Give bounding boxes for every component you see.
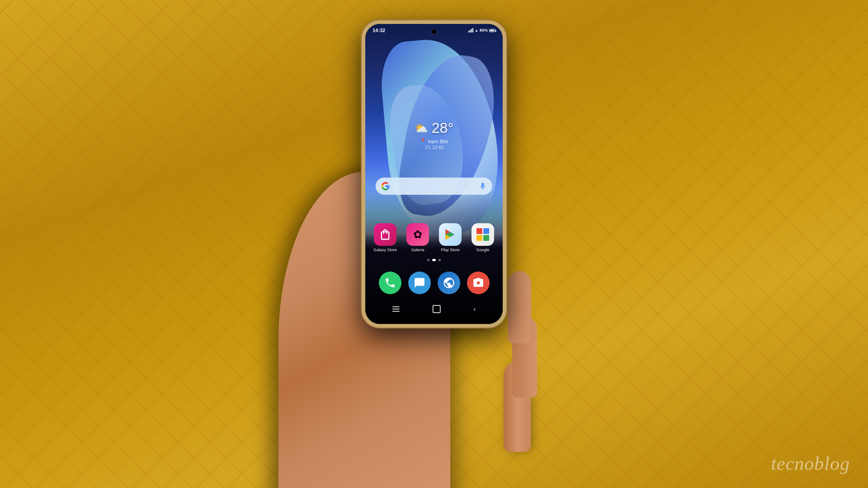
- chat-bubble-icon: [414, 277, 425, 289]
- wifi-icon: ▲: [475, 28, 478, 33]
- signal-icon: [468, 28, 473, 33]
- page-dot-2[interactable]: [432, 259, 436, 261]
- app-grid: Galaxy Store ✿ Galeria: [372, 223, 496, 252]
- back-arrow-icon: ‹: [473, 305, 476, 313]
- play-triangle-icon: [444, 228, 457, 241]
- galeria-label: Galeria: [411, 248, 424, 252]
- weather-widget[interactable]: ⛅ 28° 📍 Itaim Bibi 7/1 10:43: [400, 120, 468, 150]
- dock-internet[interactable]: [436, 272, 461, 294]
- dock-phone[interactable]: [377, 272, 402, 294]
- page-dot-3[interactable]: [439, 259, 441, 261]
- page-dot-1[interactable]: [427, 259, 429, 261]
- google-search-bar[interactable]: [376, 178, 492, 195]
- app-google[interactable]: Google: [469, 223, 496, 252]
- dock: [377, 272, 491, 294]
- play-store-label: Play Store: [441, 248, 460, 252]
- google-app-icon: [472, 223, 494, 246]
- watermark-text: tecnoblog: [771, 453, 850, 474]
- phone-body: 14:32 ▲ 80%: [362, 20, 506, 328]
- location-pin-icon: 📍: [420, 138, 426, 144]
- weather-city: Itaim Bibi: [428, 139, 448, 144]
- google-logo-icon: [476, 228, 489, 241]
- galeria-icon: ✿: [406, 223, 429, 246]
- camera-icon: [472, 277, 484, 289]
- recents-icon: [392, 306, 399, 312]
- weather-temperature: 28°: [432, 120, 453, 136]
- phone-handset-icon: [384, 277, 396, 289]
- phone-screen: 14:32 ▲ 80%: [365, 24, 503, 324]
- galaxy-store-label: Galaxy Store: [373, 248, 397, 252]
- galaxy-store-icon: [374, 223, 396, 246]
- svg-rect-2: [476, 235, 482, 241]
- back-button[interactable]: ‹: [472, 303, 477, 315]
- messages-app-icon: [408, 272, 431, 294]
- shopping-bag-icon: [379, 228, 392, 241]
- flower-icon: ✿: [413, 228, 422, 241]
- app-play-store[interactable]: Play Store: [437, 223, 464, 252]
- dock-messages[interactable]: [407, 272, 432, 294]
- weather-location: 📍 Itaim Bibi: [400, 138, 468, 144]
- app-galaxy-store[interactable]: Galaxy Store: [372, 223, 399, 252]
- google-label: Google: [476, 248, 489, 252]
- google-g-logo: [381, 182, 390, 191]
- status-time: 14:32: [373, 28, 385, 33]
- battery-percent: 80%: [480, 28, 488, 33]
- page-indicator: [427, 259, 441, 261]
- internet-app-icon: [438, 272, 460, 294]
- battery-icon: [489, 29, 495, 32]
- svg-rect-3: [483, 235, 489, 241]
- globe-icon: [443, 277, 455, 289]
- weather-date: 7/1 10:43: [400, 145, 468, 150]
- svg-rect-1: [483, 228, 489, 234]
- front-camera: [432, 29, 436, 34]
- play-store-icon: [439, 223, 462, 246]
- status-icons: ▲ 80%: [468, 28, 495, 33]
- home-button[interactable]: [430, 303, 442, 315]
- recent-apps-button[interactable]: [390, 305, 401, 314]
- nav-bar: ‹: [376, 303, 492, 315]
- phone-app-icon: [379, 272, 401, 294]
- finger-3: [508, 271, 531, 343]
- svg-rect-0: [476, 228, 482, 234]
- voice-search-icon[interactable]: [479, 182, 487, 190]
- home-icon: [432, 305, 440, 313]
- watermark: tecnoblog: [771, 453, 850, 474]
- camera-app-icon: [467, 272, 490, 294]
- weather-icon-temp: ⛅ 28°: [400, 120, 468, 136]
- phone-wrapper: 14:32 ▲ 80%: [362, 20, 506, 328]
- dock-camera[interactable]: [466, 272, 491, 294]
- app-galeria[interactable]: ✿ Galeria: [404, 223, 431, 252]
- weather-condition-icon: ⛅: [415, 122, 428, 135]
